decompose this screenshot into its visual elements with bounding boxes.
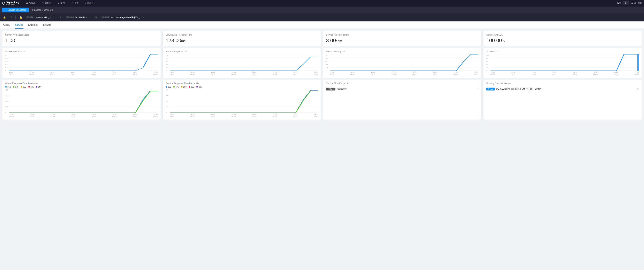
chart-sla: Service SLA 100806040200 bbox=[483, 48, 642, 78]
nav-topology-label: 拓扑图 bbox=[45, 2, 51, 5]
nav-metrics[interactable]: ≈ 指标对比 bbox=[84, 0, 98, 6]
global-percentile-legend: p50 p75 p90 p95 p99 bbox=[5, 86, 158, 88]
current-instance-label: 当前实例 bbox=[101, 16, 109, 19]
svc-legend-p50: p50 bbox=[166, 86, 171, 88]
legend-p75: p75 bbox=[13, 86, 18, 88]
sla-svg bbox=[490, 54, 639, 71]
running-instance-copy-icon[interactable]: ⎘ bbox=[637, 88, 639, 90]
y-axis-global-percentile: 4003002001000 bbox=[5, 89, 9, 118]
time-axis-response: 18:5406-23 18:5606-23 18:5806-23 19:0006… bbox=[170, 71, 318, 76]
nav-dashboard[interactable]: ▦ 仪表盘 bbox=[24, 0, 37, 6]
sla-bar bbox=[637, 54, 639, 71]
alert-icon: ⚠ bbox=[71, 2, 73, 4]
slow-endpoint-copy-icon[interactable]: ⎘ bbox=[477, 88, 478, 90]
tab-service-dashboard[interactable]: Service Dashboard bbox=[2, 8, 29, 12]
time-axis-throughput: 18:5406-23 18:5606-23 18:5806-23 19:0006… bbox=[330, 71, 478, 76]
running-instance-item: 3 cpm my-skywalking-pid:4021@VM_41_114_c… bbox=[486, 86, 639, 92]
nav-metrics-label: 指标对比 bbox=[87, 2, 96, 5]
nav-alert-label: 告警 bbox=[74, 2, 79, 5]
current-endpoint-value: /testGetAll bbox=[75, 16, 85, 19]
current-service-value: my-skywalking bbox=[35, 16, 49, 19]
logo: ⬡ Skywalking Rocketbot bbox=[2, 1, 19, 6]
p90-dot bbox=[21, 86, 22, 88]
metric-sla-value: 100.00% bbox=[486, 38, 639, 44]
svc-legend-p75: p75 bbox=[173, 86, 179, 88]
legend-p95: p95 bbox=[28, 86, 34, 88]
metric-response-title: Service Avg ResponseTime bbox=[166, 34, 318, 36]
tab-service[interactable]: Service bbox=[15, 22, 24, 29]
svc-p99-dot bbox=[196, 86, 198, 88]
refresh-icon[interactable]: ↺ bbox=[634, 2, 636, 4]
chart-sla-title: Service SLA bbox=[486, 50, 639, 53]
svc-p95-dot bbox=[189, 86, 190, 88]
legend-p50: p50 bbox=[5, 86, 11, 88]
nav-dashboard-label: 仪表盘 bbox=[29, 2, 36, 5]
metric-sla: Service Avg SLA 100.00% bbox=[483, 31, 642, 46]
refresh-label[interactable]: 刷新 bbox=[638, 2, 642, 5]
y-axis-service-percentile: 4003002001000 bbox=[166, 89, 169, 118]
y-axis-throughput: 32.521.50.50 bbox=[326, 54, 329, 76]
tab-endpoint[interactable]: Endpoint bbox=[28, 22, 38, 29]
metric-throughput-value: 3.00cpm bbox=[326, 38, 478, 44]
metric-throughput: Service Avg Throughput 3.00cpm bbox=[323, 31, 482, 46]
bottom-row: Global Response Time Percentile p50 p75 … bbox=[2, 80, 642, 120]
slow-endpoint-item: 128 ms /testGetAll ⎘ bbox=[326, 86, 478, 92]
metric-apdex: Service Avg ApdexScore 1.00 bbox=[2, 31, 161, 46]
running-instance-title: Running ServiceInstance bbox=[486, 82, 639, 85]
metric-apdex-value: 1.00 bbox=[5, 38, 158, 44]
card-slow-endpoint: Service Slow Endpoint 128 ms /testGetAll… bbox=[323, 80, 482, 120]
svc-p90-dot bbox=[181, 86, 182, 88]
p50-dot bbox=[5, 86, 7, 88]
nav-trace[interactable]: ↗ 追踪 bbox=[56, 0, 66, 6]
tab-service-dashboard-indicator bbox=[5, 9, 6, 11]
dashbar: Service Dashboard Database Dashboard bbox=[0, 6, 644, 14]
main-content: Service Avg ApdexScore 1.00 Service Avg … bbox=[0, 29, 644, 122]
global-percentile-title: Global Response Time Percentile bbox=[5, 82, 158, 85]
topology-icon: ⬡ bbox=[42, 2, 44, 4]
interval-input[interactable]: 6 bbox=[622, 2, 629, 5]
chart-response-title: Service ResponseTime bbox=[166, 50, 318, 53]
chart-apdex-title: Service ApdexScore bbox=[5, 50, 158, 53]
current-endpoint-label: 当前端点 bbox=[66, 16, 74, 19]
service-percentile-title: Service Response Time Percentile bbox=[166, 82, 318, 85]
service-percentile-legend: p50 p75 p90 p95 p99 bbox=[166, 86, 318, 88]
p75-dot bbox=[13, 86, 14, 88]
y-axis-sla: 100806040200 bbox=[486, 54, 490, 76]
tab-instance[interactable]: Instance bbox=[42, 22, 52, 29]
lock-icon: 🔒 bbox=[3, 16, 6, 19]
card-service-percentile: Service Response Time Percentile p50 p75… bbox=[162, 80, 321, 120]
tab-database-dashboard[interactable]: Database Dashboard bbox=[30, 8, 55, 12]
apdex-svg bbox=[9, 54, 158, 71]
svc-legend-p99: p99 bbox=[196, 86, 202, 88]
logo-text: Skywalking bbox=[6, 1, 19, 4]
time-axis-apdex: 18:5406-23 18:5606-23 18:5806-23 19:0006… bbox=[9, 71, 158, 76]
instance-chevron-icon: ▾ bbox=[143, 16, 144, 18]
auto-label: 自动 bbox=[617, 2, 621, 5]
time-axis-service-pct: 18:5406-23 18:5606-23 18:5806-23 19:0006… bbox=[170, 113, 318, 118]
trace-icon: ↗ bbox=[58, 2, 60, 4]
y-axis-response: 1501209060300 bbox=[166, 54, 169, 76]
dashboard-icon: ▦ bbox=[26, 2, 28, 4]
legend-p90: p90 bbox=[21, 86, 26, 88]
time-axis-sla: 18:5406-23 18:5606-23 18:5806-23 19:0006… bbox=[490, 71, 639, 76]
nav-topology[interactable]: ⬡ 拓扑图 bbox=[40, 0, 53, 6]
refresh-ctrl-icon[interactable]: ↺ bbox=[10, 16, 12, 19]
running-instance-badge: 3 cpm bbox=[486, 88, 495, 90]
nav-alert[interactable]: ⚠ 告警 bbox=[70, 0, 80, 6]
running-instance-text: my-skywalking-pid:4021@VM_41_114_centos bbox=[496, 88, 636, 90]
tab-global[interactable]: Global bbox=[3, 22, 10, 29]
throughput-svg bbox=[330, 54, 478, 71]
current-service-control[interactable]: 当前服务 my-skywalking ▾ bbox=[26, 16, 51, 19]
monitor-icon: 🖥 bbox=[94, 16, 97, 19]
current-endpoint-control[interactable]: 当前端点 /testGetAll ▾ bbox=[66, 16, 87, 19]
metric-response-value: 128.00ms bbox=[166, 38, 318, 44]
card-running-instance: Running ServiceInstance 3 cpm my-skywalk… bbox=[483, 80, 642, 120]
logo-icon: ⬡ bbox=[2, 1, 5, 5]
current-instance-control[interactable]: 当前实例 my-skywalking-pid:4021@VM_... ▾ bbox=[101, 16, 144, 19]
metric-sla-title: Service Avg SLA bbox=[486, 34, 639, 36]
lock2-icon: 🔒 bbox=[19, 16, 22, 19]
global-percentile-svg bbox=[10, 89, 158, 113]
metrics-icon: ≈ bbox=[85, 2, 86, 4]
topbar-right: 自动 6 秒 ↺ 刷新 bbox=[617, 2, 642, 5]
service-percentile-svg bbox=[170, 89, 318, 113]
